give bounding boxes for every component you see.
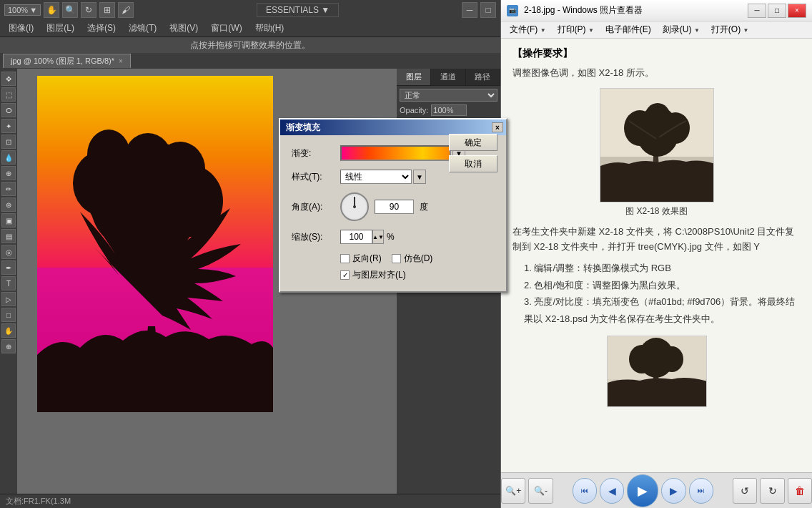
ok-button[interactable]: 确定 bbox=[449, 134, 497, 151]
next-nav-btn[interactable]: ▶ bbox=[661, 478, 685, 504]
eraser-tool[interactable]: ▣ bbox=[1, 213, 16, 228]
style-select[interactable]: 线性 bbox=[340, 170, 412, 184]
hand-tool2[interactable]: ✋ bbox=[1, 323, 16, 338]
eyedropper-tool[interactable]: 💧 bbox=[1, 150, 16, 165]
zoom-value: 100% bbox=[8, 6, 28, 14]
path-tool[interactable]: ▷ bbox=[1, 292, 16, 306]
pv-maximize-btn[interactable]: □ bbox=[768, 4, 786, 18]
essentials-arrow: ▼ bbox=[321, 5, 330, 15]
scale-input[interactable]: 100 bbox=[340, 230, 372, 244]
tab-paths[interactable]: 路径 bbox=[466, 69, 500, 85]
pv-close-btn[interactable]: × bbox=[788, 4, 806, 18]
shape-tool[interactable]: □ bbox=[1, 308, 16, 322]
instruction-3: 3. 亮度/对比度：填充渐变色（#fa01bd; #f9d706）背景。将最终结… bbox=[524, 293, 801, 327]
blend-mode-select[interactable]: 正常 bbox=[400, 89, 497, 102]
gradient-preview[interactable] bbox=[340, 145, 451, 161]
gradient-fill-dialog[interactable]: 渐变填充 × 渐变: ▼ 确定 bbox=[279, 118, 508, 293]
cancel-button[interactable]: 取消 bbox=[449, 155, 497, 172]
pv-menu-burn[interactable]: 刻录(U) ▼ bbox=[657, 22, 705, 37]
text-tool[interactable]: T bbox=[1, 276, 16, 290]
hand-tool[interactable]: ✋ bbox=[44, 2, 59, 18]
zoom-control[interactable]: 100% ▼ bbox=[4, 4, 41, 16]
photo-viewer-window: 📷 2-18.jpg - Windows 照片查看器 ─ □ × 文件(F) ▼… bbox=[500, 0, 812, 508]
scale-stepper[interactable]: ▲▼ bbox=[372, 230, 384, 244]
angle-row: 角度(A): 90 度 bbox=[292, 192, 495, 221]
ps-document-tab[interactable]: jpg @ 100% (图层 1, RGB/8)* × bbox=[3, 54, 131, 68]
dither-checkbox[interactable] bbox=[392, 254, 401, 263]
checkbox-group: 反向(R) 仿色(D) bbox=[340, 253, 495, 265]
align-checkbox-item: ✓ 与图层对齐(L) bbox=[340, 269, 495, 281]
zoom-tool[interactable]: 🔍 bbox=[62, 2, 78, 18]
prev-nav-btn[interactable]: ◀ bbox=[600, 478, 624, 504]
brush-tool2[interactable]: ✏ bbox=[1, 182, 16, 196]
reverse-checkbox-item: 反向(R) bbox=[340, 253, 382, 265]
ps-status-bar: 文档:FR1.FK(1.3M bbox=[0, 494, 500, 508]
pv-title-text: 2-18.jpg - Windows 照片查看器 bbox=[524, 4, 742, 16]
minimize-btn[interactable]: ─ bbox=[462, 2, 477, 18]
document-canvas bbox=[37, 76, 273, 412]
move-tool[interactable]: ✥ bbox=[1, 72, 16, 86]
reference-tree-svg bbox=[600, 89, 714, 202]
svg-point-14 bbox=[645, 103, 670, 132]
zoom-out-btn[interactable]: 🔍- bbox=[528, 478, 553, 504]
delete-btn[interactable]: 🗑 bbox=[788, 478, 812, 504]
essentials-btn[interactable]: ESSENTIALS ▼ bbox=[257, 3, 339, 17]
play-btn[interactable]: ▶ bbox=[627, 474, 658, 507]
opacity-input[interactable] bbox=[431, 104, 467, 116]
clone-tool[interactable]: ⊛ bbox=[1, 197, 16, 212]
rotate-cw-btn[interactable]: ↻ bbox=[760, 478, 784, 504]
menu-help[interactable]: 帮助(H) bbox=[249, 21, 290, 36]
crop-tool[interactable]: ⊡ bbox=[1, 135, 16, 149]
ps-toolbar: 100% ▼ ✋ 🔍 ↻ ⊞ 🖌 ESSENTIALS ▼ ─ □ bbox=[0, 0, 500, 20]
style-dropdown-btn[interactable]: ▼ bbox=[413, 170, 426, 184]
menu-select[interactable]: 选择(S) bbox=[81, 21, 122, 36]
angle-dial[interactable] bbox=[340, 192, 369, 221]
tab-close[interactable]: × bbox=[119, 57, 123, 65]
align-checkbox[interactable]: ✓ bbox=[340, 270, 350, 280]
pv-menu-print[interactable]: 打印(P) ▼ bbox=[552, 22, 600, 37]
gradient-tool[interactable]: ▤ bbox=[1, 229, 16, 243]
angle-input[interactable]: 90 bbox=[375, 200, 414, 214]
second-reference-image bbox=[607, 336, 707, 407]
select-tool[interactable]: ⬚ bbox=[1, 87, 16, 102]
blur-tool[interactable]: ◎ bbox=[1, 245, 16, 259]
tab-channels[interactable]: 通道 bbox=[431, 69, 465, 85]
last-nav-btn[interactable]: ⏭ bbox=[689, 478, 713, 504]
extra-tool1[interactable]: ↻ bbox=[81, 2, 96, 18]
reference-image bbox=[600, 88, 714, 202]
scale-unit: % bbox=[387, 232, 395, 242]
rotate-ccw-btn[interactable]: ↺ bbox=[733, 478, 757, 504]
instruction-1: 1. 编辑/调整：转换图像模式为 RGB bbox=[524, 260, 801, 276]
view-tool[interactable]: ⊞ bbox=[99, 2, 115, 18]
zoom-in-btn[interactable]: 🔍+ bbox=[501, 478, 525, 504]
pv-minimize-btn[interactable]: ─ bbox=[748, 4, 766, 18]
menu-layer[interactable]: 图层(L) bbox=[41, 21, 80, 36]
dialog-close-btn[interactable]: × bbox=[492, 122, 503, 132]
menu-filter[interactable]: 滤镜(T) bbox=[123, 21, 162, 36]
gradient-label: 渐变: bbox=[292, 147, 340, 160]
menu-image[interactable]: 图像(I) bbox=[3, 21, 39, 36]
dither-label: 仿色(D) bbox=[404, 253, 433, 265]
pv-menu-open[interactable]: 打开(O) ▼ bbox=[705, 22, 755, 37]
intro-text: 调整图像色调，如图 X2-18 所示。 bbox=[513, 66, 801, 81]
wand-tool[interactable]: ✦ bbox=[1, 119, 16, 133]
checkbox-area: 反向(R) 仿色(D) ✓ 与图层对齐(L) bbox=[340, 253, 495, 281]
zoom-tool2[interactable]: ⊕ bbox=[1, 339, 16, 353]
blend-row: 正常 bbox=[400, 89, 497, 102]
svg-point-5 bbox=[87, 130, 130, 180]
maximize-btn[interactable]: □ bbox=[480, 2, 496, 18]
angle-dial-container: 90 度 bbox=[340, 192, 428, 221]
menu-view[interactable]: 视图(V) bbox=[164, 21, 204, 36]
pv-menu-email[interactable]: 电子邮件(E) bbox=[600, 22, 657, 37]
heal-tool[interactable]: ⊕ bbox=[1, 166, 16, 180]
brush-tool[interactable]: 🖌 bbox=[118, 2, 134, 18]
menu-window[interactable]: 窗口(W) bbox=[205, 21, 247, 36]
first-nav-btn[interactable]: ⏮ bbox=[573, 478, 597, 504]
reverse-checkbox[interactable] bbox=[340, 254, 350, 263]
pen-tool[interactable]: ✒ bbox=[1, 260, 16, 275]
lasso-tool[interactable]: ⵔ bbox=[1, 103, 16, 117]
tab-layers[interactable]: 图层 bbox=[397, 69, 431, 85]
angle-label: 角度(A): bbox=[292, 201, 340, 213]
reference-image-container: 图 X2-18 效果图 bbox=[513, 88, 801, 218]
pv-menu-file[interactable]: 文件(F) ▼ bbox=[504, 22, 552, 37]
